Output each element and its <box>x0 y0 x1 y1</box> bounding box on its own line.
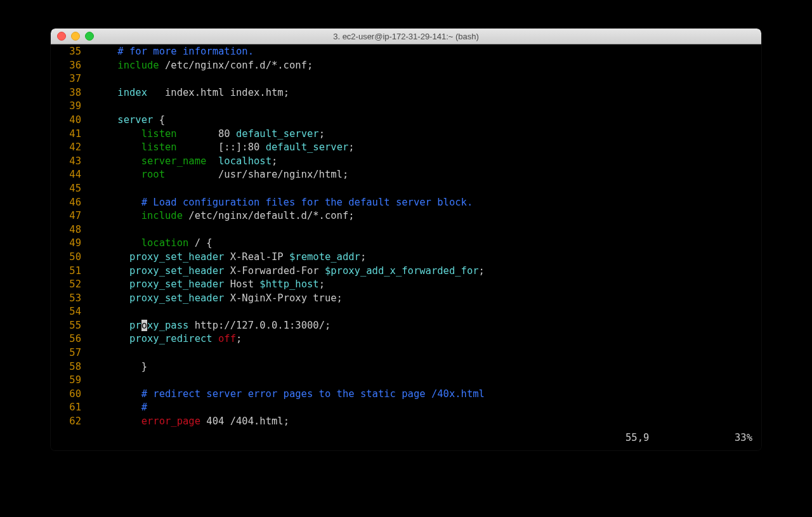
line-code[interactable] <box>81 305 94 319</box>
terminal-viewport[interactable]: 35 # for more information.36 include /et… <box>51 45 761 450</box>
syntax-token <box>94 114 117 126</box>
editor-line[interactable]: 54 <box>51 305 761 319</box>
line-code[interactable]: error_page 404 /404.html; <box>81 415 289 429</box>
syntax-token: 404 <box>206 416 224 427</box>
editor-line[interactable]: 40 server { <box>51 114 761 128</box>
syntax-token: proxy_set_header <box>129 292 224 304</box>
line-code[interactable]: # redirect server error pages to the sta… <box>81 388 485 402</box>
line-code[interactable]: server { <box>81 114 165 128</box>
line-number: 51 <box>51 265 81 278</box>
editor-line[interactable]: 38 index index.html index.htm; <box>51 86 761 100</box>
editor-status-line: 55,9 33% <box>51 431 761 445</box>
line-code[interactable] <box>81 374 94 388</box>
line-code[interactable] <box>81 182 94 196</box>
editor-line[interactable]: 43 server_name localhost; <box>51 155 761 169</box>
editor-line[interactable]: 59 <box>51 374 761 388</box>
editor-line[interactable]: 48 <box>51 223 761 237</box>
syntax-token <box>94 46 117 57</box>
line-number: 57 <box>51 346 81 360</box>
line-number: 36 <box>51 59 81 73</box>
editor-line[interactable]: 46 # Load configuration files for the de… <box>51 196 761 210</box>
line-code[interactable]: proxy_set_header X-Real-IP $remote_addr; <box>81 251 366 265</box>
syntax-token <box>213 333 218 344</box>
editor-line[interactable]: 50 proxy_set_header X-Real-IP $remote_ad… <box>51 251 761 265</box>
editor-line[interactable]: 41 listen 80 default_server; <box>51 128 761 141</box>
line-code[interactable]: proxy_pass http://127.0.0.1:3000/; <box>81 319 331 333</box>
editor-line[interactable]: 42 listen [::]:80 default_server; <box>51 141 761 155</box>
syntax-token: X-NginX-Proxy true; <box>224 292 343 304</box>
editor-line[interactable]: 49 location / { <box>51 237 761 251</box>
line-code[interactable]: root /usr/share/nginx/html; <box>81 168 348 182</box>
editor-line[interactable]: 53 proxy_set_header X-NginX-Proxy true; <box>51 292 761 306</box>
editor-line[interactable]: 39 <box>51 100 761 114</box>
line-code[interactable] <box>81 223 94 237</box>
editor-line[interactable]: 47 include /etc/nginx/default.d/*.conf; <box>51 209 761 223</box>
line-code[interactable] <box>81 100 94 114</box>
syntax-token: /usr/share/nginx/html; <box>165 169 348 180</box>
line-number: 43 <box>51 155 81 169</box>
editor-line[interactable]: 36 include /etc/nginx/conf.d/*.conf; <box>51 59 761 73</box>
close-icon[interactable] <box>57 32 66 41</box>
editor-line[interactable]: 44 root /usr/share/nginx/html; <box>51 168 761 182</box>
editor-line[interactable]: 52 proxy_set_header Host $http_host; <box>51 278 761 292</box>
syntax-token: proxy_set_header <box>129 251 224 263</box>
line-code[interactable]: proxy_set_header X-NginX-Proxy true; <box>81 292 343 306</box>
syntax-token: default_server <box>236 128 319 140</box>
syntax-token: ; <box>319 128 325 140</box>
editor-line[interactable]: 58 } <box>51 360 761 374</box>
line-code[interactable]: # <box>81 401 147 415</box>
scroll-percent: 33% <box>714 431 761 445</box>
line-code[interactable] <box>81 346 94 360</box>
line-number: 44 <box>51 168 81 182</box>
syntax-token: listen <box>141 128 177 140</box>
line-code[interactable]: # Load configuration files for the defau… <box>81 196 473 210</box>
syntax-token: root <box>141 169 165 180</box>
line-code[interactable]: # for more information. <box>81 45 254 59</box>
syntax-token: ; <box>319 278 325 290</box>
line-number: 48 <box>51 223 81 237</box>
line-code[interactable]: listen 80 default_server; <box>81 128 325 141</box>
zoom-icon[interactable] <box>85 32 94 41</box>
editor-line[interactable]: 60 # redirect server error pages to the … <box>51 388 761 402</box>
editor-line[interactable]: 62 error_page 404 /404.html; <box>51 415 761 429</box>
editor-line[interactable]: 57 <box>51 346 761 360</box>
text-cursor: o <box>141 320 147 331</box>
syntax-token: X-Real-IP <box>224 251 289 263</box>
syntax-token <box>94 320 129 331</box>
syntax-token <box>94 237 141 249</box>
editor-line[interactable]: 37 <box>51 72 761 86</box>
cursor-position: 55,9 <box>625 431 714 445</box>
editor-line[interactable]: 45 <box>51 182 761 196</box>
syntax-token: http:// <box>188 320 236 331</box>
editor-line[interactable]: 51 proxy_set_header X-Forwarded-For $pro… <box>51 265 761 278</box>
line-code[interactable]: proxy_set_header Host $http_host; <box>81 278 325 292</box>
syntax-token: server <box>117 114 153 126</box>
line-number: 45 <box>51 182 81 196</box>
editor-line[interactable]: 56 proxy_redirect off; <box>51 332 761 346</box>
editor-line[interactable]: 35 # for more information. <box>51 45 761 59</box>
syntax-token: Host <box>224 278 259 290</box>
syntax-token: default_server <box>266 141 349 153</box>
syntax-token: 127.0.0.1:3000 <box>236 320 319 331</box>
syntax-token <box>94 128 141 140</box>
line-code[interactable]: server_name localhost; <box>81 155 277 169</box>
editor-content[interactable]: 35 # for more information.36 include /et… <box>51 45 761 429</box>
line-code[interactable]: include /etc/nginx/default.d/*.conf; <box>81 209 355 223</box>
syntax-token: /404.html; <box>224 416 289 427</box>
line-code[interactable]: include /etc/nginx/conf.d/*.conf; <box>81 59 313 73</box>
line-code[interactable]: } <box>81 360 147 374</box>
line-number: 56 <box>51 332 81 346</box>
line-code[interactable] <box>81 72 94 86</box>
line-number: 54 <box>51 305 81 319</box>
line-code[interactable]: index index.html index.htm; <box>81 86 289 100</box>
editor-line[interactable]: 61 # <box>51 401 761 415</box>
minimize-icon[interactable] <box>71 32 80 41</box>
editor-line[interactable]: 55 proxy_pass http://127.0.0.1:3000/; <box>51 319 761 333</box>
line-number: 41 <box>51 128 81 141</box>
line-code[interactable]: proxy_set_header X-Forwarded-For $proxy_… <box>81 265 485 278</box>
syntax-token: pr <box>129 320 141 331</box>
terminal-window: 3. ec2-user@ip-172-31-29-141:~ (bash) 35… <box>51 29 761 450</box>
line-code[interactable]: listen [::]:80 default_server; <box>81 141 355 155</box>
line-code[interactable]: proxy_redirect off; <box>81 332 242 346</box>
line-code[interactable]: location / { <box>81 237 213 251</box>
